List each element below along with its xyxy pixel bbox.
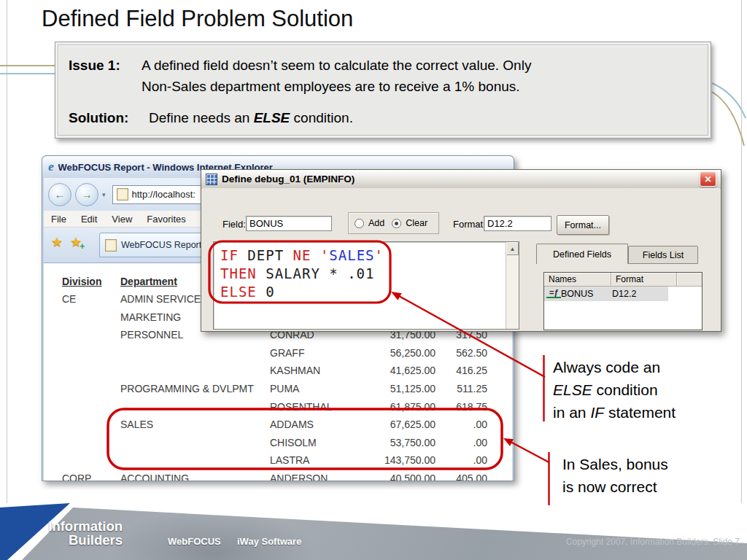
cell-bonus: 405.00	[441, 472, 487, 481]
cell-department: PROGRAMMING & DVLPMT	[120, 383, 254, 394]
scroll-up-icon[interactable]: ▲	[506, 242, 519, 255]
forward-button[interactable]: →	[75, 183, 98, 206]
format-button[interactable]: Format...	[557, 215, 609, 235]
cell-name: LASTRA	[270, 454, 309, 466]
logo-line2: Builders	[44, 533, 123, 547]
page-title: Defined Field Problem Solution	[42, 6, 353, 32]
annotation-text: condition	[592, 381, 658, 398]
cell-bonus: .00	[441, 419, 487, 430]
cell-bonus: .00	[441, 437, 487, 448]
editor-scrollbar[interactable]: ▲	[506, 242, 519, 329]
logo-line1: Information	[44, 519, 123, 533]
cell-division: CE	[62, 293, 76, 305]
issue-text-line1: A defined field doesn’t seem to calculat…	[142, 55, 531, 76]
url-text: http://localhost:	[132, 189, 196, 200]
solution-pre: Define needs an	[149, 110, 254, 125]
radio-clear[interactable]	[392, 219, 401, 228]
cell-name: ROSENTHAL	[270, 401, 333, 413]
history-dropdown-icon[interactable]: ▾	[102, 191, 106, 198]
report-row: CHISOLM53,750.00.00	[62, 437, 492, 454]
radio-add-label: Add	[368, 218, 384, 228]
favorites-star-icon[interactable]: ★	[51, 234, 63, 250]
annotation-line: In Sales, bonus	[562, 453, 716, 475]
cell-department: ACCOUNTING	[120, 472, 189, 481]
cell-bonus: 562.50	[441, 347, 487, 359]
field-input[interactable]: BONUS	[246, 216, 332, 231]
list-header: Names Format	[544, 273, 702, 287]
annotation-always-code-else: Always code an ELSE condition in an IF s…	[553, 356, 724, 424]
tab-page-icon	[105, 239, 117, 252]
annotation-line: ELSE condition	[553, 378, 724, 401]
report-row: LASTRA143,750.00.00	[62, 454, 492, 472]
issue-row: Issue 1: A defined field doesn’t seem to…	[69, 55, 708, 97]
header-department: Department	[120, 276, 177, 287]
dialog-titlebar[interactable]: Define debug_01 (EMPINFO) ✕	[201, 170, 721, 189]
close-icon[interactable]: ✕	[700, 171, 716, 187]
list-rows: =ƒBONUSD12.2	[544, 287, 702, 301]
cell-department: PERSONNEL	[120, 329, 183, 341]
footer: Information Builders WebFOCUS iWay Softw…	[0, 502, 747, 560]
issue-box-inner: Issue 1: A defined field doesn’t seem to…	[58, 44, 708, 136]
radio-clear-label: Clear	[406, 218, 427, 228]
annotation-line: is now correct	[562, 475, 716, 498]
cell-bonus: 511.25	[441, 383, 487, 394]
header-division: Division	[62, 276, 101, 287]
issue-box: Issue 1: A defined field doesn’t seem to…	[55, 42, 711, 139]
menu-item-view[interactable]: View	[104, 214, 139, 225]
solution-row: Solution: Define needs an ELSE condition…	[69, 107, 708, 128]
plus-glyph: +	[80, 241, 85, 252]
information-builders-logo: Information Builders	[44, 519, 123, 547]
cell-department: ADMIN SERVICES	[120, 293, 208, 305]
page-icon	[117, 188, 128, 201]
cell-salary: 56,250.00	[365, 347, 436, 359]
report-row: ROSENTHAL61,875.00618.75	[62, 401, 492, 419]
menu-item-favorites[interactable]: Favorites	[139, 214, 193, 225]
defined-field-name: BONUS	[561, 289, 612, 299]
annotation-text: in an	[553, 404, 590, 421]
internet-explorer-icon: e	[48, 161, 54, 173]
dialog-body: Field: BONUS Add Clear Format: D12.2 For…	[202, 188, 720, 330]
format-input[interactable]: D12.2	[484, 216, 551, 231]
list-header-names[interactable]: Names	[544, 273, 611, 287]
slide: Defined Field Problem Solution Issue 1: …	[0, 0, 747, 560]
add-clear-group: Add Clear	[348, 212, 439, 234]
tab-defined-fields[interactable]: Defined Fields	[536, 244, 628, 264]
cell-salary: 41,625.00	[365, 365, 436, 376]
annotation-line: in an IF statement	[553, 401, 724, 424]
cell-salary: 53,750.00	[365, 437, 436, 448]
issue-text: A defined field doesn’t seem to calculat…	[142, 55, 531, 97]
report-row: KASHMAN41,625.00416.25	[62, 365, 492, 382]
list-header-format[interactable]: Format	[611, 273, 677, 287]
cell-name: KASHMAN	[270, 365, 320, 376]
left-margin-line	[7, 0, 7, 503]
define-expression-editor[interactable]: IF DEPT NE 'SALES'THEN SALARY * .01ELSE …	[213, 241, 519, 330]
define-expression-code: IF DEPT NE 'SALES'THEN SALARY * .01ELSE …	[220, 246, 504, 327]
report-row: PROGRAMMING & DVLPMTPUMA51,125.00511.25	[62, 383, 492, 400]
solution-keyword: ELSE	[254, 110, 290, 125]
annotation-line: Always code an	[553, 356, 724, 378]
cell-name: ANDERSON	[270, 472, 328, 481]
solution-text: Define needs an ELSE condition.	[149, 107, 353, 128]
browser-tab[interactable]: WebFOCUS Report	[99, 233, 217, 257]
issue-text-line2: Non-Sales department employees are to re…	[142, 76, 531, 97]
define-dialog-icon	[206, 174, 217, 185]
tab-label: WebFOCUS Report	[121, 240, 201, 250]
radio-add[interactable]	[355, 219, 364, 228]
menu-item-file[interactable]: File	[44, 214, 74, 225]
cell-department: MARKETING	[120, 311, 181, 323]
cell-salary: 143,750.00	[365, 454, 436, 466]
report-row: SALESADDAMS67,625.00.00	[62, 419, 492, 436]
defined-field-icon: =ƒ	[546, 289, 561, 298]
olive-accent-line	[0, 65, 55, 66]
code-line: IF DEPT NE 'SALES'	[220, 246, 504, 265]
tab-fields-list[interactable]: Fields List	[628, 246, 698, 264]
menu-item-edit[interactable]: Edit	[74, 214, 104, 225]
define-dialog: Define debug_01 (EMPINFO) ✕ Field: BONUS…	[201, 169, 721, 332]
add-favorite-icon[interactable]: ★+	[70, 234, 82, 250]
list-header-filler	[677, 273, 702, 287]
defined-field-row[interactable]: =ƒBONUSD12.2	[544, 287, 668, 301]
dialog-title: Define debug_01 (EMPINFO)	[222, 174, 695, 184]
back-button[interactable]: ←	[48, 183, 71, 206]
report-row: GRAFF56,250.00562.50	[62, 347, 492, 365]
blue-accent-line	[0, 73, 55, 74]
